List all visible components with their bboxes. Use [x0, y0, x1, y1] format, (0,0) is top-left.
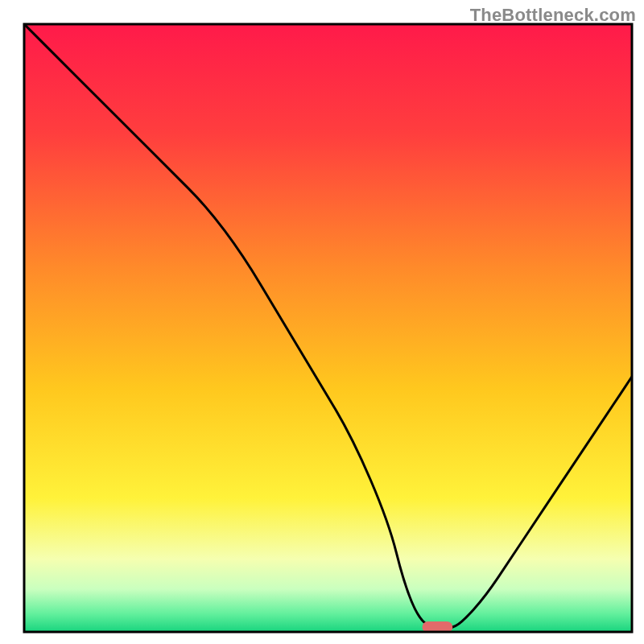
chart-svg — [0, 0, 644, 644]
bottleneck-chart: TheBottleneck.com — [0, 0, 644, 644]
watermark-text: TheBottleneck.com — [470, 5, 636, 26]
